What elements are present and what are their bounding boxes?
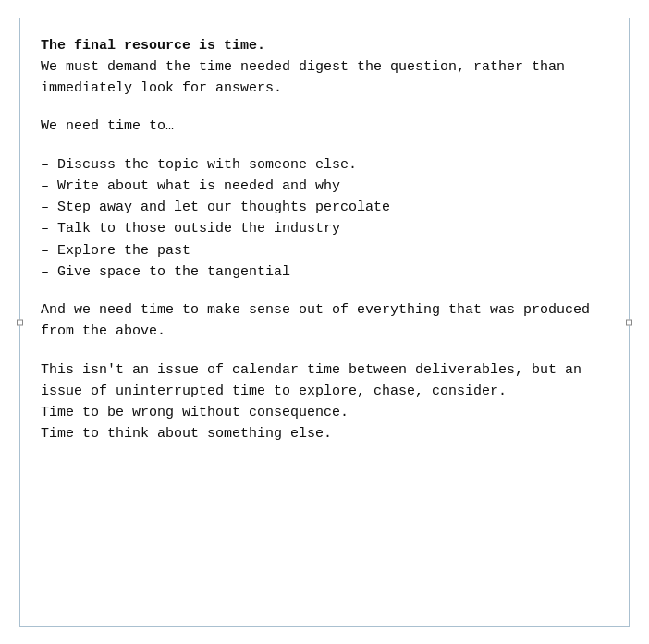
- page-container: The final resource is time. We must dema…: [0, 0, 649, 644]
- list-item: – Explore the past: [41, 240, 608, 261]
- list-item: – Discuss the topic with someone else.: [41, 154, 608, 176]
- resize-handle-left[interactable]: [17, 319, 23, 325]
- main-heading: The final resource is time.: [41, 35, 608, 56]
- intro-paragraph: We must demand the time needed digest th…: [41, 56, 608, 100]
- spacer-1: [41, 99, 608, 115]
- spacer-3: [41, 283, 608, 299]
- list-item: – Give space to the tangential: [41, 261, 608, 283]
- summary-paragraph: And we need time to make sense out of ev…: [41, 299, 608, 343]
- spacer-2: [41, 138, 608, 154]
- closing-line-1: This isn't an issue of calendar time bet…: [41, 359, 608, 403]
- resize-handle-right[interactable]: [626, 319, 632, 325]
- content-box: The final resource is time. We must dema…: [19, 18, 630, 627]
- second-paragraph: We need time to…: [41, 115, 608, 137]
- closing-line-2: Time to be wrong without consequence.: [41, 402, 608, 423]
- list-container: – Discuss the topic with someone else. –…: [41, 154, 608, 284]
- spacer-4: [41, 343, 608, 359]
- list-item: – Write about what is needed and why: [41, 176, 608, 197]
- list-item: – Step away and let our thoughts percola…: [41, 197, 608, 218]
- closing-line-3: Time to think about something else.: [41, 423, 608, 444]
- list-item: – Talk to those outside the industry: [41, 218, 608, 239]
